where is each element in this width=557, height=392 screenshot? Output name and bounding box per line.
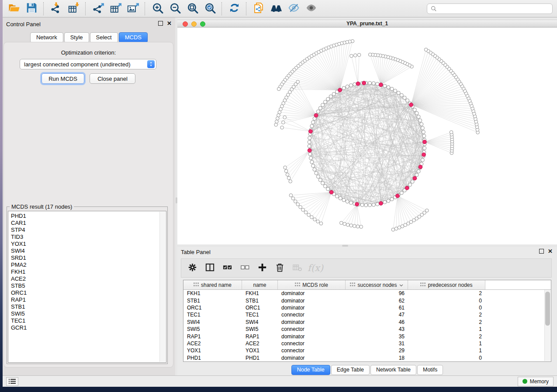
cell-predecessor_nodes: 2 [408, 334, 485, 340]
mcds-result-item[interactable]: PMA2 [11, 261, 166, 268]
mcds-result-item[interactable]: SWI5 [11, 310, 166, 317]
list-scrollbar-track[interactable] [159, 212, 166, 362]
deselect-all-button[interactable] [237, 261, 252, 275]
table-row[interactable]: YOX1YOX1connector291 [183, 347, 551, 354]
function-icon: f(x) [306, 263, 323, 273]
apply-preferred-layout-button[interactable] [227, 2, 242, 16]
mcds-result-item[interactable]: STP4 [11, 227, 166, 234]
table-scrollbar-thumb[interactable] [545, 292, 550, 326]
cell-mcds_role: connector [278, 326, 346, 332]
table-row[interactable]: STB1STB1dominator620 [183, 297, 551, 304]
mcds-result-item[interactable]: SRD1 [11, 254, 166, 261]
memory-button[interactable]: Memory [518, 377, 554, 386]
cell-successor_nodes: 62 [346, 298, 408, 304]
table-options-button[interactable] [185, 261, 200, 275]
tab-style[interactable]: Style [64, 32, 89, 43]
mcds-result-item[interactable]: STB1 [11, 303, 166, 310]
mcds-result-item[interactable]: FKH1 [11, 268, 166, 275]
cell-successor_nodes: 47 [346, 312, 408, 318]
import-network-from-file-button[interactable] [48, 2, 63, 16]
table-row[interactable]: FKH1FKH1dominator962 [183, 290, 551, 297]
node-table: shared namenameMCDS rolesuccessor nodesp… [183, 280, 551, 362]
column-header-name[interactable]: name [242, 280, 278, 289]
zoom-in-button[interactable] [150, 2, 165, 16]
mcds-result-item[interactable]: CAR1 [11, 220, 166, 227]
run-mcds-button[interactable]: Run MCDS [42, 73, 84, 84]
tab-edge-table[interactable]: Edge Table [331, 365, 370, 375]
close-panel-button[interactable]: Close panel [90, 73, 135, 84]
cell-mcds_role: connector [278, 312, 346, 318]
create-column-button[interactable] [255, 261, 270, 275]
close-panel-icon[interactable]: ✕ [167, 21, 172, 26]
show-columns-button[interactable] [202, 261, 217, 275]
cell-predecessor_nodes: 2 [408, 290, 485, 296]
copy-network-button[interactable] [251, 2, 266, 16]
mcds-result-item[interactable]: TEC1 [11, 317, 166, 324]
zoom-fit-content-button[interactable] [185, 2, 200, 16]
tab-motifs[interactable]: Motifs [417, 365, 443, 375]
column-header-successor-nodes[interactable]: successor nodes [346, 280, 408, 289]
mcds-result-item[interactable]: PHD1 [11, 213, 166, 220]
float-table-panel-icon[interactable] [539, 249, 544, 254]
mcds-result-item[interactable]: TID3 [11, 234, 166, 241]
tab-network[interactable]: Network [30, 32, 63, 43]
select-all-button[interactable] [220, 261, 235, 275]
table-scrollbar-track[interactable] [544, 290, 550, 361]
mcds-result-group: MCDS result (17 nodes) PHD1CAR1STP4TID3Y… [7, 203, 168, 364]
tab-node-table[interactable]: Node Table [291, 365, 330, 375]
table-row[interactable]: RAP1RAP1dominator352 [183, 333, 551, 340]
mcds-result-item[interactable]: ORC1 [11, 289, 166, 296]
select-stepper-icon: ▲▼ [147, 60, 155, 68]
import-table-from-file-button[interactable] [66, 2, 81, 16]
float-panel-icon[interactable] [158, 21, 163, 26]
delete-columns-button[interactable] [272, 261, 287, 275]
tab-network-table[interactable]: Network Table [370, 365, 416, 375]
cell-mcds_role: dominator [278, 305, 346, 311]
mcds-result-item[interactable]: YOX1 [11, 241, 166, 248]
mcds-result-list[interactable]: PHD1CAR1STP4TID3YOX1SWI4SRD1PMA2FKH1ACE2… [8, 211, 166, 363]
table-row[interactable]: TEC1TEC1connector472 [183, 311, 551, 318]
column-header-predecessor-nodes[interactable]: predecessor nodes [408, 280, 485, 289]
search-network-button[interactable] [269, 2, 284, 16]
export-network-button[interactable] [90, 2, 105, 16]
table-row[interactable]: SWI5SWI5connector431 [183, 326, 551, 333]
hide-selected-button[interactable] [286, 2, 301, 16]
cell-shared_name: RAP1 [183, 334, 242, 340]
toolbar-divider [145, 2, 145, 15]
cell-mcds_role: dominator [278, 298, 346, 304]
save-session-button[interactable] [24, 2, 39, 16]
tab-select[interactable]: Select [90, 32, 118, 43]
show-all-button[interactable] [304, 2, 318, 16]
export-table-button[interactable] [108, 2, 123, 16]
search-box[interactable] [427, 3, 553, 14]
table-row[interactable]: PHD1PHD1dominator180 [183, 354, 551, 361]
copy-network-icon [253, 2, 265, 15]
cell-successor_nodes: 31 [346, 340, 408, 347]
mcds-result-item[interactable]: SWI4 [11, 248, 166, 254]
network-canvas[interactable] [177, 28, 557, 244]
table-row[interactable]: SWI4SWI4dominator462 [183, 319, 551, 326]
search-input[interactable] [439, 5, 549, 13]
mcds-result-item[interactable]: RAP1 [11, 296, 166, 303]
window-close-button[interactable] [183, 21, 188, 27]
window-zoom-button[interactable] [200, 21, 205, 27]
column-header-shared-name[interactable]: shared name [183, 280, 242, 289]
cell-successor_nodes: 29 [346, 347, 408, 354]
window-minimize-button[interactable] [191, 21, 197, 27]
cell-successor_nodes: 35 [346, 334, 408, 340]
table-row[interactable]: ORC1ORC1dominator610 [183, 304, 551, 311]
export-image-button[interactable] [125, 2, 140, 16]
table-row[interactable]: ACE2ACE2connector311 [183, 340, 551, 347]
tab-mcds[interactable]: MCDS [119, 32, 148, 43]
zoom-out-button[interactable] [167, 2, 182, 16]
mcds-result-item[interactable]: ACE2 [11, 275, 166, 282]
task-history-button[interactable] [6, 377, 18, 386]
network-window-titlebar: YPA_prune.txt_1 [177, 20, 557, 28]
close-table-panel-icon[interactable]: ✕ [548, 249, 553, 254]
zoom-selected-region-button[interactable] [202, 2, 217, 16]
column-header-MCDS-role[interactable]: MCDS role [278, 280, 346, 289]
optimization-criterion-select[interactable]: largest connected component (undirected)… [20, 59, 156, 69]
open-file-button[interactable] [7, 2, 21, 16]
mcds-result-item[interactable]: GCR1 [11, 324, 166, 331]
mcds-result-item[interactable]: STB5 [11, 282, 166, 289]
